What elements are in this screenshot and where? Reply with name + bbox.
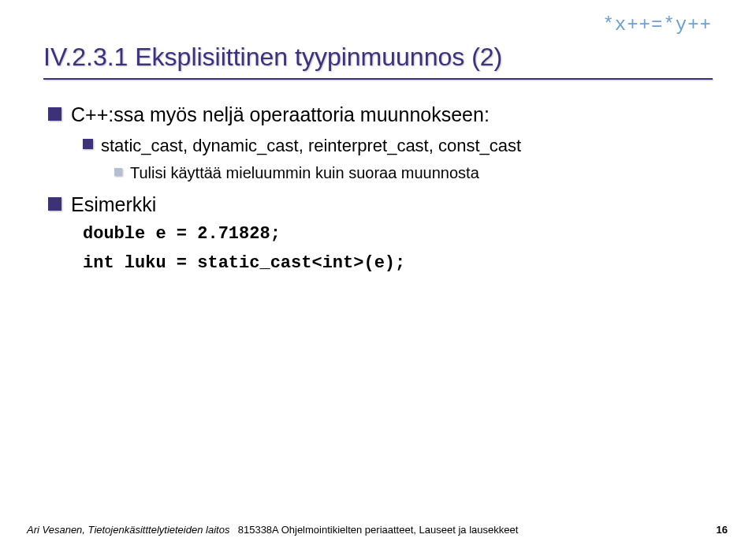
footer-course: 815338A Ohjelmointikielten periaatteet, …: [238, 524, 519, 536]
bullet-text: Esimerkki: [71, 192, 156, 219]
square-bullet-icon: [83, 139, 93, 149]
code-line: int luku = static_cast<int>(e);: [83, 252, 713, 276]
bullet-text: static_cast, dynamic_cast, reinterpret_c…: [101, 133, 521, 159]
square-bullet-icon: [114, 168, 122, 176]
title-divider: [43, 78, 713, 80]
slide-title: IV.2.3.1 Eksplisiittinen tyypinmuunnos (…: [43, 43, 713, 72]
bullet-text: Tulisi käyttää mieluummin kuin suoraa mu…: [130, 162, 479, 184]
code-line: double e = 2.71828;: [83, 222, 713, 247]
square-bullet-icon: [48, 197, 61, 211]
slide-body: C++:ssa myös neljä operaattoria muunnoks…: [43, 102, 713, 276]
footer-author: Ari Vesanen, Tietojenkäsitttelytieteiden…: [27, 524, 229, 536]
slide: *x++=*y++ IV.2.3.1 Eksplisiittinen tyypi…: [0, 0, 756, 553]
square-bullet-icon: [48, 107, 61, 121]
bullet-text: C++:ssa myös neljä operaattoria muunnoks…: [71, 102, 490, 129]
bullet-level1: Esimerkki: [43, 192, 713, 219]
bullet-level2: static_cast, dynamic_cast, reinterpret_c…: [78, 133, 713, 159]
footer-page-number: 16: [717, 524, 728, 536]
slide-footer: Ari Vesanen, Tietojenkäsitttelytieteiden…: [0, 524, 756, 536]
bullet-level1: C++:ssa myös neljä operaattoria muunnoks…: [43, 102, 713, 129]
bullet-level3: Tulisi käyttää mieluummin kuin suoraa mu…: [110, 162, 713, 184]
code-annotation: *x++=*y++: [602, 14, 712, 35]
